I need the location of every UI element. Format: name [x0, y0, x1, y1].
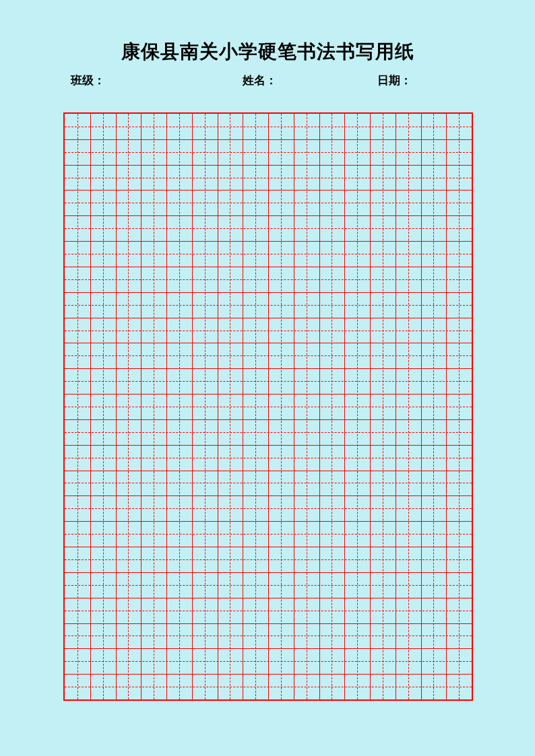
grid-hdash — [65, 279, 472, 280]
grid-hline — [65, 318, 472, 318]
grid-hline — [65, 547, 472, 547]
grid-hdash — [65, 635, 472, 636]
grid-hline — [65, 267, 472, 267]
grid-hdash — [65, 559, 472, 560]
grid-hline — [65, 368, 472, 369]
info-row: 班级： 姓名： 日期： — [0, 73, 535, 88]
grid-hdash — [65, 458, 472, 458]
grid-hline — [65, 445, 472, 446]
name-label: 姓名： — [243, 73, 377, 88]
grid-hdash — [65, 508, 472, 509]
grid-hdash — [65, 254, 472, 254]
grid-hline — [65, 572, 472, 573]
grid-hline — [65, 165, 472, 166]
grid-hdash — [65, 534, 472, 535]
grid-hline — [65, 598, 472, 598]
grid-hdash — [65, 585, 472, 586]
grid-inner — [65, 114, 472, 699]
grid-hdash — [65, 432, 472, 433]
grid-hdash — [65, 611, 472, 611]
page-container: 康保县南关小学硬笔书法书写用纸 班级： 姓名： 日期： — [0, 0, 535, 756]
grid-hdash — [65, 331, 472, 331]
grid-hline — [65, 343, 472, 343]
grid-hline — [65, 521, 472, 522]
grid-hline — [65, 495, 472, 496]
grid-hdash — [65, 305, 472, 306]
date-label: 日期： — [377, 73, 464, 88]
grid-hdash — [65, 687, 472, 687]
grid-hdash — [65, 407, 472, 407]
grid-hline — [65, 394, 472, 394]
class-label: 班级： — [71, 73, 243, 88]
grid-hline — [65, 241, 472, 242]
grid-hline — [65, 623, 472, 624]
grid-hdash — [65, 152, 472, 153]
page-title: 康保县南关小学硬笔书法书写用纸 — [0, 39, 535, 65]
grid-hline — [65, 292, 472, 293]
grid-hline — [65, 648, 472, 649]
grid-hdash — [65, 483, 472, 483]
writing-grid — [63, 112, 473, 701]
grid-hdash — [65, 661, 472, 662]
grid-hline — [65, 674, 472, 675]
grid-hline — [65, 419, 472, 420]
grid-hdash — [65, 178, 472, 178]
grid-hdash — [65, 355, 472, 356]
grid-hdash — [65, 127, 472, 127]
grid-hline — [65, 215, 472, 216]
grid-hdash — [65, 228, 472, 229]
grid-hline — [65, 190, 472, 191]
grid-hdash — [65, 203, 472, 203]
grid-hdash — [65, 381, 472, 382]
grid-hline — [65, 471, 472, 471]
grid-hline — [65, 139, 472, 140]
